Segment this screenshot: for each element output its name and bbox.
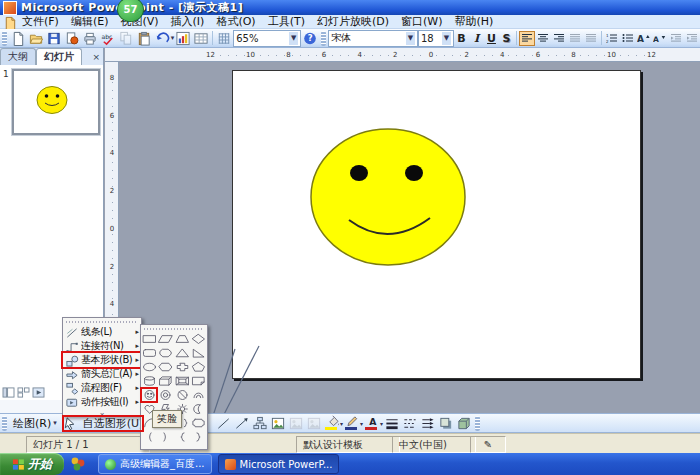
slide-thumbnail[interactable] [12,69,100,135]
start-button[interactable]: 开始 [0,453,64,475]
taskbar-button-powerpoint[interactable]: Microsoft PowerP... [218,454,340,474]
paste-button[interactable] [135,30,153,47]
increase-font-button[interactable]: A [636,31,652,46]
arrow-tool-button[interactable] [233,415,251,432]
underline-button[interactable]: U [484,32,499,45]
dash-style-button[interactable] [401,415,419,432]
moon-shape-icon[interactable] [191,402,207,416]
slide-canvas[interactable] [232,70,641,379]
shadow-style-button[interactable] [437,415,455,432]
design-template-status[interactable]: 默认设计模板 [296,436,400,453]
menu-item-4[interactable]: 格式(O) [210,14,261,29]
font-name-combo[interactable]: 宋体 ▼ [328,30,418,47]
fill-color-button[interactable]: ▾ [323,415,343,432]
toolbar-grip[interactable] [2,31,7,46]
right-brace-shape-icon[interactable] [191,430,207,444]
new-button[interactable] [9,30,27,47]
folded-corner-shape-icon[interactable] [191,374,207,388]
parallelogram-shape-icon[interactable] [158,332,174,346]
align-right-button[interactable] [551,31,567,46]
cross-shape-icon[interactable] [174,360,190,374]
right-bracket-shape-icon[interactable] [158,430,174,444]
insert-table-button[interactable] [192,30,210,47]
open-button[interactable] [27,30,45,47]
spelling-button[interactable]: abc [99,30,117,47]
font-size-combo[interactable]: 18 ▼ [418,30,454,47]
left-brace-shape-icon[interactable] [174,430,190,444]
menu-item-流程图[interactable]: 流程图(F) ▸ [63,381,141,395]
decrease-indent-button[interactable] [668,31,684,46]
quick-launch-icon[interactable] [70,456,86,472]
block-arc-shape-icon[interactable] [191,388,207,402]
line-tool-button[interactable] [215,415,233,432]
isosceles-triangle-shape-icon[interactable] [174,346,190,360]
cube-shape-icon[interactable] [158,374,174,388]
can-shape-icon[interactable] [141,374,157,388]
pentagon-shape-icon[interactable] [191,360,207,374]
palette-drag-handle[interactable] [144,326,204,331]
plaque-shape-icon[interactable] [191,416,207,430]
menu-item-1[interactable]: 编辑(E) [65,14,115,29]
bold-button[interactable]: B [454,32,469,45]
grid-button[interactable] [215,30,233,47]
zoom-dropdown-arrow[interactable]: ▼ [289,32,298,45]
size-dropdown-arrow[interactable]: ▼ [442,32,451,45]
octagon-shape-icon[interactable] [158,346,174,360]
menu-item-动作按钮[interactable]: 动作按钮(I) ▸ [63,395,141,409]
no-symbol-shape-icon[interactable] [174,388,190,402]
arrow-style-button[interactable] [419,415,437,432]
save-button[interactable] [45,30,63,47]
tab-outline[interactable]: 大纲 [0,48,36,65]
columns-button[interactable] [583,31,599,46]
language-status[interactable]: 中文(中国) [392,436,476,453]
normal-view-button[interactable] [2,386,15,398]
drawbar-overflow-grip[interactable] [475,416,480,431]
threed-style-button[interactable] [455,415,473,432]
menu-item-连接符[interactable]: 连接符(N) ▸ [63,339,141,353]
menu-item-8[interactable]: 帮助(H) [449,14,500,29]
copy-button[interactable] [117,30,135,47]
smiley-face-shape-icon[interactable] [141,388,157,402]
insert-diagram-button[interactable] [251,415,269,432]
menu-item-5[interactable]: 工具(T) [262,14,311,29]
menu-item-3[interactable]: 插入(I) [165,14,211,29]
line-style-button[interactable] [383,415,401,432]
menu-drag-handle[interactable] [66,319,138,324]
left-bracket-shape-icon[interactable] [141,430,157,444]
donut-shape-icon[interactable] [158,388,174,402]
font-color-button[interactable]: A▾ [363,415,383,432]
menu-item-箭头总汇[interactable]: 箭头总汇(A) ▸ [63,367,141,381]
draw-menu-button[interactable]: 绘图(R)▾ [9,416,61,431]
smiley-shape[interactable] [233,71,640,378]
increase-indent-button[interactable] [684,31,700,46]
permission-button[interactable] [63,30,81,47]
distribute-button[interactable] [567,31,583,46]
text-shadow-button[interactable]: S [499,32,514,45]
oval-shape-icon[interactable] [141,360,157,374]
trapezoid-shape-icon[interactable] [174,332,190,346]
drawing-toolbar-grip[interactable] [2,416,7,431]
line-color-button[interactable]: ▾ [343,415,363,432]
insert-clipart-button[interactable] [269,415,287,432]
right-triangle-shape-icon[interactable] [191,346,207,360]
rectangle-shape-icon[interactable] [141,332,157,346]
slideshow-button[interactable] [32,386,45,398]
insert-picture-button[interactable] [287,415,305,432]
hexagon-shape-icon[interactable] [158,360,174,374]
slide-sorter-button[interactable] [17,386,30,398]
menu-item-0[interactable]: 文件(F) [16,14,65,29]
align-left-button[interactable] [519,31,535,46]
diamond-shape-icon[interactable] [191,332,207,346]
menu-item-6[interactable]: 幻灯片放映(D) [311,14,395,29]
help-button[interactable]: ? [301,30,319,47]
italic-button[interactable]: I [469,32,484,45]
bullet-list-button[interactable] [620,31,636,46]
bevel-shape-icon[interactable] [174,374,190,388]
rounded-rectangle-shape-icon[interactable] [141,346,157,360]
menu-item-线条[interactable]: 线条(L) ▸ [63,325,141,339]
align-center-button[interactable] [535,31,551,46]
zoom-combo[interactable]: 65% ▼ [233,30,301,47]
decrease-font-button[interactable]: A [652,31,668,46]
taskbar-button-editor[interactable]: 高级编辑器_百度... [98,454,212,474]
panel-close-icon[interactable]: × [92,52,100,62]
